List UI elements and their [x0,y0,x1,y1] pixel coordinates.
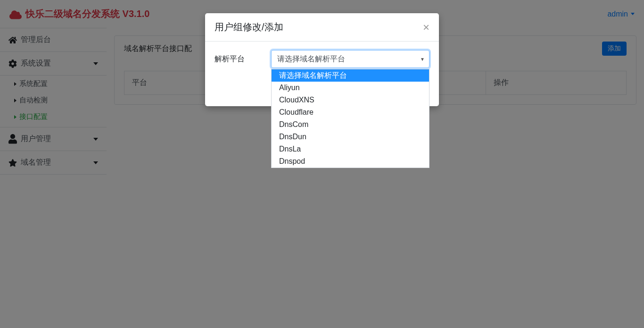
platform-select[interactable]: 请选择域名解析平台 [271,50,429,68]
modal-title: 用户组修改/添加 [215,21,283,34]
modal-backdrop[interactable]: 用户组修改/添加 × 解析平台 请选择域名解析平台 ▼ 请选择域名解析平台 Al… [0,0,644,175]
form-label-platform: 解析平台 [215,54,265,64]
modal-header: 用户组修改/添加 × [205,13,439,42]
dropdown-options: 请选择域名解析平台 Aliyun CloudXNS Cloudflare Dns… [271,69,429,168]
dropdown-option[interactable]: Dnspod [272,155,429,168]
modal-body: 解析平台 请选择域名解析平台 ▼ 请选择域名解析平台 Aliyun CloudX… [205,42,439,73]
platform-select-wrap: 请选择域名解析平台 ▼ 请选择域名解析平台 Aliyun CloudXNS Cl… [271,50,429,68]
select-value: 请选择域名解析平台 [277,54,345,64]
dropdown-option[interactable]: DnsCom [272,118,429,131]
dropdown-option[interactable]: 请选择域名解析平台 [272,69,429,82]
modal: 用户组修改/添加 × 解析平台 请选择域名解析平台 ▼ 请选择域名解析平台 Al… [205,13,439,106]
dropdown-option[interactable]: DnsLa [272,143,429,155]
dropdown-option[interactable]: DnsDun [272,131,429,143]
close-icon[interactable]: × [423,22,429,33]
dropdown-option[interactable]: CloudXNS [272,94,429,106]
dropdown-option[interactable]: Cloudflare [272,106,429,118]
dropdown-option[interactable]: Aliyun [272,82,429,94]
